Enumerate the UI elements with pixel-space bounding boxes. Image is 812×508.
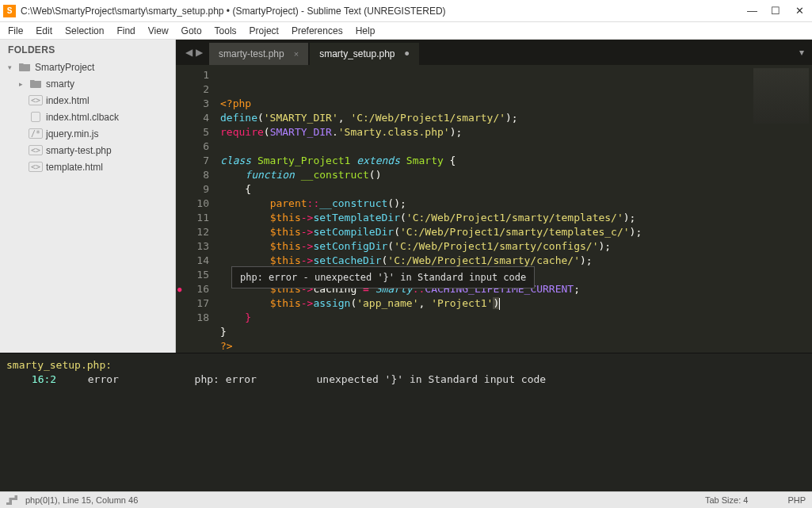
- tree-file-icon: <>: [29, 145, 43, 156]
- line-gutter[interactable]: 123456789101112131415161718: [176, 65, 215, 353]
- tree-item[interactable]: /*jquery.min.js: [3, 125, 172, 142]
- menu-selection[interactable]: Selection: [59, 24, 110, 38]
- editor-area: ◀ ▶ smarty-test.php×smarty_setup.php• ▾ …: [176, 40, 812, 353]
- tree-file-icon: /*: [29, 128, 43, 139]
- code-line[interactable]: $this->setConfigDir('C:/Web/Project1/sma…: [220, 239, 749, 254]
- tree-folder-icon: [29, 78, 43, 90]
- tree-folder-icon: [17, 62, 32, 73]
- tree-item[interactable]: index.html.clback: [3, 109, 172, 125]
- menu-goto[interactable]: Goto: [175, 24, 208, 38]
- tab-history-forward-icon[interactable]: ▶: [196, 47, 203, 58]
- code-line[interactable]: require(SMARTY_DIR.'Smarty.class.php');: [220, 125, 749, 139]
- code-editor[interactable]: <?phpdefine('SMARTY_DIR', 'C:/Web/Projec…: [215, 65, 749, 353]
- tree-label: smarty-test.php: [46, 145, 112, 156]
- build-message: unexpected '}' in Standard input code: [317, 373, 547, 385]
- line-number[interactable]: 9: [176, 182, 209, 197]
- status-position[interactable]: php(0|1), Line 15, Column 46: [25, 495, 138, 505]
- menu-file[interactable]: File: [2, 24, 29, 38]
- panel-switcher-icon[interactable]: [6, 495, 17, 505]
- tree-label: index.html: [46, 95, 90, 106]
- tree-file-icon: <>: [29, 95, 43, 106]
- menu-preferences[interactable]: Preferences: [285, 24, 349, 38]
- tab[interactable]: smarty-test.php×: [209, 43, 308, 65]
- tab-bar: ◀ ▶ smarty-test.php×smarty_setup.php• ▾: [176, 40, 812, 65]
- code-line[interactable]: {: [220, 182, 749, 197]
- tree-item[interactable]: ▾SmartyProject: [3, 59, 172, 75]
- line-number[interactable]: 1: [176, 68, 209, 82]
- line-number[interactable]: 18: [176, 311, 209, 325]
- tree-arrow-icon[interactable]: ▾: [8, 63, 17, 71]
- sidebar: FOLDERS ▾SmartyProject▸smarty<>index.htm…: [0, 40, 176, 353]
- code-line[interactable]: $this->setCompileDir('C:/Web/Project1/sm…: [220, 225, 749, 239]
- code-line[interactable]: $this->assign('app_name', 'Project1'): [220, 296, 749, 311]
- line-number[interactable]: 10: [176, 197, 209, 211]
- tree-label: smarty: [46, 78, 74, 90]
- tab-history-back-icon[interactable]: ◀: [185, 47, 193, 58]
- tree-item[interactable]: <>template.html: [3, 159, 172, 175]
- menu-tools[interactable]: Tools: [208, 24, 243, 38]
- code-line[interactable]: $this->setTemplateDir('C:/Web/Project1/s…: [220, 211, 749, 225]
- window-title: C:\Web\SmartyProject\smarty\smarty_setup…: [21, 6, 747, 17]
- status-language[interactable]: PHP: [787, 495, 806, 505]
- menu-project[interactable]: Project: [243, 24, 285, 38]
- app-icon: S: [3, 5, 16, 17]
- build-file: smarty_setup.php:: [6, 359, 112, 371]
- tab-overflow-icon[interactable]: ▾: [791, 47, 812, 58]
- line-number[interactable]: 6: [176, 139, 209, 154]
- code-line[interactable]: function __construct(): [220, 168, 749, 182]
- menu-find[interactable]: Find: [110, 24, 141, 38]
- minimize-button[interactable]: —: [747, 5, 757, 17]
- status-bar: php(0|1), Line 15, Column 46 Tab Size: 4…: [0, 491, 812, 508]
- tab-label: smarty-test.php: [219, 48, 284, 59]
- title-bar: S C:\Web\SmartyProject\smarty\smarty_set…: [0, 0, 812, 22]
- line-number[interactable]: 15: [176, 268, 209, 282]
- line-number[interactable]: 4: [176, 111, 209, 125]
- tree-label: SmartyProject: [35, 62, 94, 73]
- tree-label: index.html.clback: [46, 112, 119, 123]
- tree-label: template.html: [46, 162, 103, 173]
- code-line[interactable]: <?php: [220, 97, 749, 111]
- build-label: error: [88, 373, 119, 385]
- line-number[interactable]: 2: [176, 82, 209, 97]
- minimap-preview: [753, 68, 809, 124]
- menu-edit[interactable]: Edit: [29, 24, 59, 38]
- tree-item[interactable]: ▸smarty: [3, 75, 172, 92]
- build-output-panel[interactable]: smarty_setup.php: 16:2 error php: error …: [0, 353, 812, 491]
- sidebar-header: FOLDERS: [0, 40, 175, 59]
- tree-file-icon: <>: [29, 162, 43, 173]
- build-location: 16:2: [32, 373, 56, 385]
- code-line[interactable]: }: [220, 325, 749, 339]
- line-number[interactable]: 16: [176, 282, 209, 296]
- folder-tree: ▾SmartyProject▸smarty<>index.html index.…: [0, 59, 175, 175]
- tree-arrow-icon[interactable]: ▸: [19, 80, 29, 88]
- tree-file-icon: [29, 112, 43, 123]
- tree-item[interactable]: <>index.html: [3, 92, 172, 109]
- tree-item[interactable]: <>smarty-test.php: [3, 142, 172, 159]
- code-line[interactable]: class Smarty_Project1 extends Smarty {: [220, 154, 749, 168]
- code-line[interactable]: }: [220, 311, 749, 325]
- menu-bar: FileEditSelectionFindViewGotoToolsProjec…: [0, 22, 812, 40]
- line-number[interactable]: 11: [176, 211, 209, 225]
- code-line[interactable]: define('SMARTY_DIR', 'C:/Web/Project1/sm…: [220, 111, 749, 125]
- code-line[interactable]: parent::__construct();: [220, 197, 749, 211]
- tab-close-icon[interactable]: ×: [294, 49, 299, 59]
- line-number[interactable]: 13: [176, 239, 209, 254]
- minimap[interactable]: [749, 65, 812, 353]
- maximize-button[interactable]: ☐: [771, 5, 780, 17]
- tab-label: smarty_setup.php: [319, 48, 395, 59]
- line-number[interactable]: 5: [176, 125, 209, 139]
- tab[interactable]: smarty_setup.php•: [310, 43, 419, 65]
- menu-help[interactable]: Help: [349, 24, 382, 38]
- line-number[interactable]: 14: [176, 254, 209, 268]
- error-tooltip: php: error - unexpected '}' in Standard …: [231, 266, 535, 288]
- line-number[interactable]: 7: [176, 154, 209, 168]
- close-button[interactable]: ✕: [795, 5, 804, 17]
- line-number[interactable]: 8: [176, 168, 209, 182]
- code-line[interactable]: [220, 139, 749, 154]
- line-number[interactable]: 12: [176, 225, 209, 239]
- status-tabsize[interactable]: Tab Size: 4: [705, 495, 748, 505]
- line-number[interactable]: 3: [176, 97, 209, 111]
- line-number[interactable]: 17: [176, 296, 209, 311]
- code-line[interactable]: ?>: [220, 339, 749, 353]
- menu-view[interactable]: View: [142, 24, 175, 38]
